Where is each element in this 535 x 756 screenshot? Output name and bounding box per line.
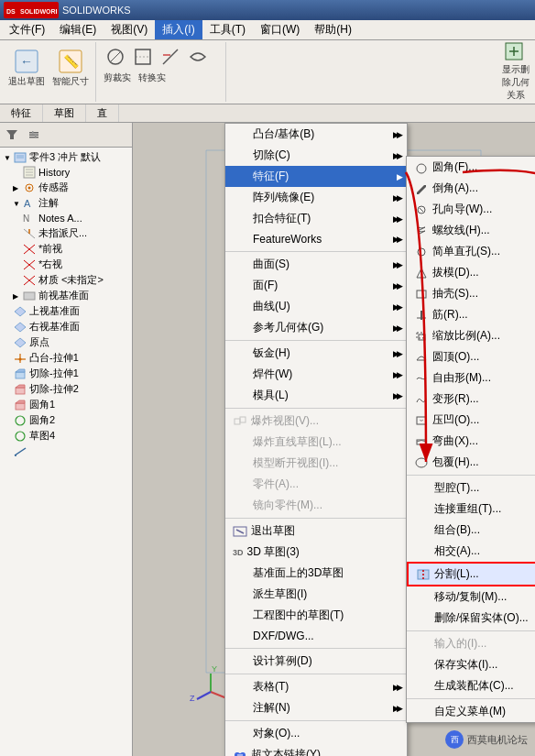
menu-ref-geometry[interactable]: 参考几何体(G) ▶	[225, 317, 407, 338]
sub-dome[interactable]: 圆顶(O)...	[407, 346, 535, 367]
sub-intersect[interactable]: 相交(A)...	[407, 541, 535, 562]
sub-simple-hole[interactable]: 简单直孔(S)...	[407, 241, 535, 262]
sub-fillet[interactable]: 圆角(F)...	[407, 157, 535, 178]
menu-mold[interactable]: 模具(L) ▶	[225, 385, 407, 406]
cut-extrude2-label: 圆角1	[29, 398, 55, 411]
tree-unassigned[interactable]: 未指派尺...	[4, 225, 128, 241]
menu-sheet-metal[interactable]: 钣金(H) ▶	[225, 343, 407, 364]
menu-help[interactable]: 帮助(H)	[307, 20, 359, 39]
sub-combine[interactable]: 组合(B)...	[407, 520, 535, 541]
sub-indent[interactable]: 压凹(O)...	[407, 410, 535, 431]
menu-view[interactable]: 视图(V)	[104, 20, 155, 39]
feature-submenu[interactable]: 圆角(F)... 倒角(A)... 孔向导(W)... 螺纹线(H)... 简单…	[406, 156, 535, 723]
menu-hyperlink[interactable]: 超文本链接(Y)...	[225, 744, 407, 756]
tree-boss-extrude1[interactable]: 切除-拉伸1	[4, 366, 128, 381]
sub-wrap[interactable]: 包覆(H)...	[407, 452, 535, 473]
insert-dropdown-menu[interactable]: 凸台/基体(B) ▶ 切除(C) ▶ 特征(F) ▶ 阵列/镜像(E) ▶ 扣合…	[224, 123, 408, 756]
toolbar-btn-1[interactable]	[102, 44, 129, 70]
menu-annotations[interactable]: 注解(N) ▶	[225, 697, 407, 718]
tree-history[interactable]: History	[4, 165, 128, 180]
tree-sensors[interactable]: 传感器	[4, 180, 128, 195]
tree-material[interactable]: 前视基准面	[4, 288, 128, 303]
sub-thread[interactable]: 螺纹线(H)...	[407, 220, 535, 241]
menu-tables[interactable]: 表格(T) ▶	[225, 676, 407, 697]
menu-window[interactable]: 窗口(W)	[253, 20, 307, 39]
menu-fastening[interactable]: 扣合特征(T) ▶	[225, 208, 407, 229]
menu-curve[interactable]: 曲线(U) ▶	[225, 296, 407, 317]
menu-derived-sketch[interactable]: 派生草图(I)	[225, 584, 407, 605]
tree-front-plane[interactable]: 上视基准面	[4, 303, 128, 319]
menu-boss-base[interactable]: 凸台/基体(B) ▶	[225, 124, 407, 145]
menu-mirror-part[interactable]: 镜向零件(M)...	[225, 495, 407, 516]
menu-insert[interactable]: 插入(I)	[155, 20, 202, 39]
menu-tools[interactable]: 工具(T)	[202, 20, 253, 39]
sub-custom-menu[interactable]: 自定义菜单(M)	[407, 701, 535, 722]
sub-create-assembly[interactable]: 生成装配体(C)...	[407, 675, 535, 696]
sub-split[interactable]: 分割(L)...	[407, 562, 535, 586]
menu-face[interactable]: 面(F) ▶	[225, 275, 407, 296]
part-expand-arrow[interactable]	[4, 153, 13, 162]
sub-shell[interactable]: 抽壳(S)...	[407, 283, 535, 304]
menu-file[interactable]: 文件(F)	[2, 20, 52, 39]
annotations-expand[interactable]	[13, 199, 22, 208]
tree-front-view[interactable]: *右视	[4, 257, 128, 272]
tree-right-view[interactable]: 材质 <未指定>	[4, 272, 128, 288]
sub-deform[interactable]: 变形(R)...	[407, 389, 535, 410]
sub-save-bodies[interactable]: 保存实体(I)...	[407, 654, 535, 675]
tree-fillet1[interactable]: 圆角2	[4, 412, 128, 428]
menu-featureworks[interactable]: FeatureWorks ▶	[225, 229, 407, 249]
tree-top-view[interactable]: *前视	[4, 241, 128, 257]
tree-fillet2[interactable]: 草图4	[4, 428, 128, 444]
tree-annotations[interactable]: A 注解	[4, 195, 128, 211]
tree-sketch4[interactable]	[4, 444, 128, 458]
tab-direct[interactable]: 直	[86, 104, 119, 122]
toolbar-btn-2[interactable]	[129, 44, 157, 70]
menu-broken-view[interactable]: 模型断开视图(I)...	[225, 453, 407, 474]
exit-sketch-btn[interactable]: ← 退出草图	[5, 44, 48, 90]
tree-origin[interactable]: 凸台-拉伸1	[4, 350, 128, 366]
menu-3d-sketch[interactable]: 3D 3D 草图(3)	[225, 542, 407, 563]
menu-3d-sketch-on-plane[interactable]: 基准面上的3D草图	[225, 563, 407, 584]
sub-delete-body[interactable]: 删除/保留实体(O)...	[407, 608, 535, 629]
menu-surface[interactable]: 曲面(S) ▶	[225, 254, 407, 275]
menu-object[interactable]: 对象(O)...	[225, 723, 407, 744]
smart-dimension-btn[interactable]: 📏 智能尺寸	[49, 44, 92, 90]
menu-explode-sketch[interactable]: 爆炸直线草图(L)...	[225, 432, 407, 453]
menu-design-study[interactable]: 设计算例(D)	[225, 651, 407, 672]
menu-feature[interactable]: 特征(F) ▶	[225, 166, 407, 187]
sub-imported[interactable]: 输入的(I)...	[407, 633, 535, 654]
sub-scale[interactable]: 缩放比例(A)...	[407, 325, 535, 346]
tree-part-root[interactable]: 零件3 冲片 默认	[4, 149, 128, 165]
sub-join[interactable]: 连接重组(T)...	[407, 499, 535, 520]
tab-sketch[interactable]: 草图	[43, 104, 86, 122]
menu-pattern-mirror[interactable]: 阵列/镜像(E) ▶	[225, 187, 407, 208]
sub-flex[interactable]: 弯曲(X)...	[407, 431, 535, 452]
tree-top-plane[interactable]: 右视基准面	[4, 319, 128, 334]
convert-btn[interactable]	[184, 44, 212, 70]
show-hide-btn[interactable]	[502, 39, 526, 63]
sub-draft[interactable]: 拔模(D)...	[407, 262, 535, 283]
filter-icon[interactable]	[2, 125, 22, 145]
menu-dxf-dwg[interactable]: DXF/DWG...	[225, 626, 407, 646]
menu-drawing-sketch[interactable]: 工程图中的草图(T)	[225, 605, 407, 626]
sensors-expand[interactable]	[13, 183, 22, 192]
sub-chamfer[interactable]: 倒角(A)...	[407, 178, 535, 199]
tree-cut-extrude2[interactable]: 圆角1	[4, 397, 128, 412]
sub-freeform[interactable]: 自由形(M)...	[407, 367, 535, 389]
menu-explode-view[interactable]: 爆炸视图(V)...	[225, 411, 407, 432]
sub-hole-wizard[interactable]: 孔向导(W)...	[407, 199, 535, 220]
trim-btn[interactable]	[157, 44, 184, 70]
tree-notes[interactable]: N Notes A...	[4, 211, 128, 225]
menu-weldments[interactable]: 焊件(W) ▶	[225, 364, 407, 385]
sub-move-copy[interactable]: 移动/复制(M)...	[407, 586, 535, 608]
sub-cavity[interactable]: 型腔(T)...	[407, 477, 535, 499]
menu-cut[interactable]: 切除(C) ▶	[225, 145, 407, 166]
tab-features[interactable]: 特征	[0, 104, 43, 122]
sub-rib[interactable]: 筋(R)...	[407, 304, 535, 325]
menu-part[interactable]: 零件(A)...	[225, 474, 407, 495]
menu-edit[interactable]: 编辑(E)	[52, 20, 104, 39]
tree-right-plane[interactable]: 原点	[4, 334, 128, 350]
settings-icon[interactable]	[24, 125, 44, 145]
tree-cut-extrude1[interactable]: 切除-拉伸2	[4, 381, 128, 397]
menu-exit-sketch[interactable]: 退出草图	[225, 520, 407, 542]
